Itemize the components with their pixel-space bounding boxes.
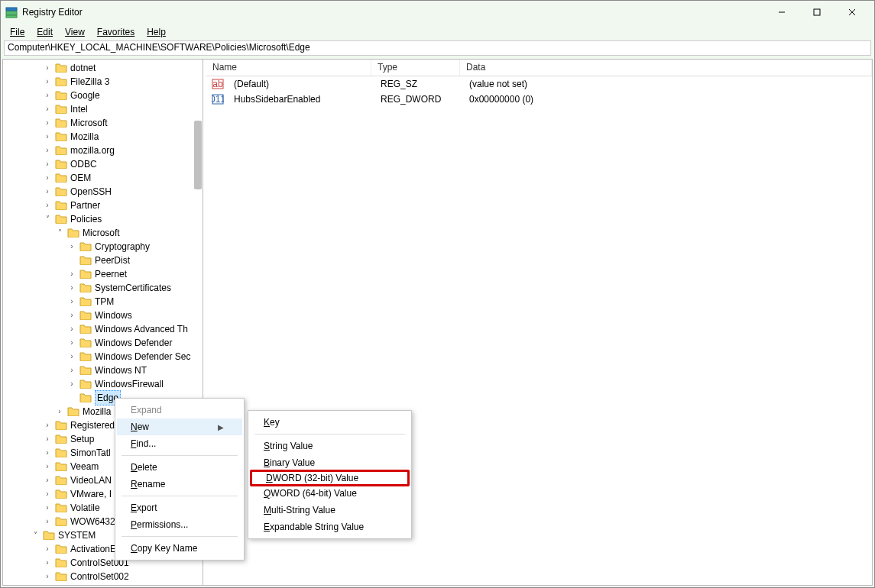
tree-toggle-icon[interactable]: › [43, 89, 52, 102]
tree-item[interactable]: ›Windows NT [3, 363, 203, 377]
tree-label: Mozilla [70, 130, 99, 144]
tree-toggle-icon[interactable]: › [43, 185, 52, 199]
folder-icon [55, 475, 67, 486]
tree-toggle-icon[interactable]: › [43, 570, 52, 583]
ctx-delete[interactable]: Delete [117, 459, 242, 476]
tree-toggle-icon[interactable]: › [43, 501, 52, 515]
ctx-export[interactable]: Export [117, 499, 242, 516]
value-row[interactable]: ab(Default)REG_SZ(value not set) [206, 76, 872, 92]
tree-toggle-icon[interactable]: › [43, 75, 52, 89]
tree-label: ControlSet002 [70, 570, 129, 583]
tree-item[interactable]: ›TPM [3, 295, 203, 309]
new-binary-value[interactable]: Binary Value [250, 454, 410, 471]
tree-item[interactable]: ›Cryptography [3, 240, 203, 254]
tree-item[interactable]: ›SystemCertificates [3, 281, 203, 295]
tree-toggle-icon[interactable]: › [43, 418, 52, 432]
menu-view[interactable]: View [60, 25, 89, 39]
tree-item[interactable]: ˅Microsoft [3, 226, 203, 240]
address-bar[interactable]: Computer\HKEY_LOCAL_MACHINE\SOFTWARE\Pol… [4, 40, 871, 56]
menu-file[interactable]: File [5, 25, 29, 39]
tree-item[interactable]: ›ODBC [3, 157, 203, 171]
tree-item[interactable]: ›Peernet [3, 267, 203, 281]
value-data: 0x00000000 (0) [463, 94, 540, 105]
tree-item[interactable]: ›mozilla.org [3, 144, 203, 157]
tree-toggle-icon[interactable]: › [67, 363, 76, 377]
svg-text:ab: ab [212, 79, 223, 89]
tree-toggle-icon[interactable]: ˅ [31, 528, 40, 542]
tree-toggle-icon[interactable]: › [67, 336, 76, 350]
tree-toggle-icon[interactable]: › [43, 130, 52, 144]
value-row[interactable]: 011HubsSidebarEnabledREG_DWORD0x00000000… [206, 92, 872, 107]
col-data[interactable]: Data [460, 60, 872, 76]
ctx-new[interactable]: New▶ [117, 418, 242, 435]
tree-item[interactable]: ›Intel [3, 102, 203, 116]
tree-toggle-icon[interactable]: › [43, 116, 52, 130]
tree-item[interactable]: ›WindowsFirewall [3, 377, 203, 391]
tree-toggle-icon[interactable]: › [43, 515, 52, 528]
ctx-rename[interactable]: Rename [117, 476, 242, 493]
tree-toggle-icon[interactable]: › [43, 61, 52, 75]
tree-toggle-icon[interactable]: › [67, 267, 76, 281]
tree-toggle-icon[interactable]: › [43, 102, 52, 116]
tree-item[interactable]: ›Partner [3, 199, 203, 212]
new-qword-value[interactable]: QWORD (64-bit) Value [250, 485, 410, 502]
menu-favorites[interactable]: Favorites [92, 25, 139, 39]
new-string-value[interactable]: String Value [250, 438, 410, 454]
tree-toggle-icon[interactable]: › [43, 446, 52, 460]
tree-item[interactable]: ›ControlSet002 [3, 570, 203, 583]
tree-item[interactable]: ›Windows Defender Sec [3, 350, 203, 363]
titlebar[interactable]: Registry Editor [1, 1, 874, 24]
tree-toggle-icon[interactable]: › [43, 432, 52, 446]
separator [254, 434, 405, 435]
tree-item[interactable]: ›FileZilla 3 [3, 75, 203, 89]
tree-toggle-icon[interactable]: › [43, 556, 52, 570]
tree-item[interactable]: ›dotnet [3, 61, 203, 75]
tree-label: WindowsFirewall [95, 377, 164, 391]
tree-item[interactable]: ›Mozilla [3, 130, 203, 144]
new-key[interactable]: Key [250, 414, 410, 431]
tree-item[interactable]: ›OEM [3, 171, 203, 185]
tree-item[interactable]: ›Windows Defender [3, 336, 203, 350]
tree-item[interactable]: ›OpenSSH [3, 185, 203, 199]
tree-toggle-icon[interactable]: › [67, 240, 76, 254]
new-expandablestring-value[interactable]: Expandable String Value [250, 519, 410, 535]
menu-edit[interactable]: Edit [32, 25, 57, 39]
col-name[interactable]: Name [206, 60, 371, 76]
tree-toggle-icon[interactable]: › [43, 144, 52, 157]
menu-help[interactable]: Help [142, 25, 170, 39]
ctx-find[interactable]: Find... [117, 435, 242, 452]
tree-toggle-icon[interactable]: › [43, 487, 52, 501]
close-button[interactable] [834, 1, 870, 24]
maximize-button[interactable] [799, 1, 834, 24]
tree-item[interactable]: PeerDist [3, 254, 203, 267]
new-dword-value[interactable]: DWORD (32-bit) Value [250, 470, 410, 486]
tree-toggle-icon[interactable]: ˅ [43, 212, 52, 226]
string-value-icon: ab [211, 78, 225, 90]
tree-toggle-icon[interactable]: › [43, 157, 52, 171]
tree-toggle-icon[interactable]: › [67, 281, 76, 295]
tree-scrollbar-thumb[interactable] [194, 121, 202, 189]
tree-item[interactable]: ›Windows Advanced Th [3, 322, 203, 336]
tree-toggle-icon[interactable]: › [67, 309, 76, 322]
folder-icon [55, 159, 67, 170]
tree-toggle-icon[interactable]: › [43, 460, 52, 473]
tree-toggle-icon[interactable]: › [43, 542, 52, 556]
ctx-permissions[interactable]: Permissions... [117, 516, 242, 533]
tree-toggle-icon[interactable]: › [55, 405, 64, 418]
tree-toggle-icon[interactable]: › [67, 322, 76, 336]
col-type[interactable]: Type [371, 60, 460, 76]
tree-toggle-icon[interactable]: › [67, 350, 76, 363]
tree-toggle-icon[interactable]: › [43, 473, 52, 487]
tree-toggle-icon[interactable]: › [67, 377, 76, 391]
tree-toggle-icon[interactable]: ˅ [55, 226, 64, 240]
tree-item[interactable]: ›Windows [3, 309, 203, 322]
tree-toggle-icon[interactable]: › [43, 171, 52, 185]
tree-item[interactable]: ›Google [3, 89, 203, 102]
new-multistring-value[interactable]: Multi-String Value [250, 502, 410, 519]
tree-toggle-icon[interactable]: › [67, 295, 76, 309]
ctx-copy-key-name[interactable]: Copy Key Name [117, 540, 242, 557]
tree-item[interactable]: ›Microsoft [3, 116, 203, 130]
tree-item[interactable]: ˅Policies [3, 212, 203, 226]
minimize-button[interactable] [764, 1, 799, 24]
tree-toggle-icon[interactable]: › [43, 199, 52, 212]
